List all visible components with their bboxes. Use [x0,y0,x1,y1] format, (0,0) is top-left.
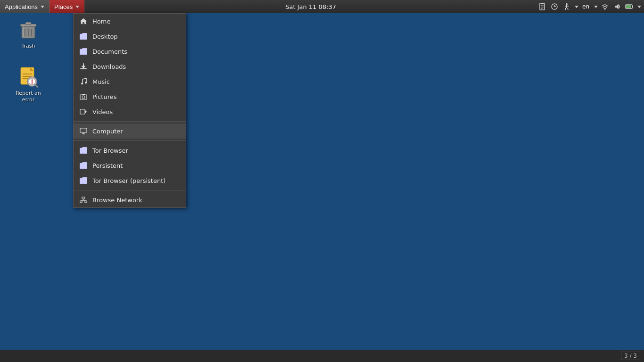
language-arrow-icon [594,6,598,8]
menu-item-pictures-label: Pictures [92,93,116,100]
svg-point-37 [81,83,83,85]
clipboard-icon[interactable] [537,1,547,12]
applications-menu-button[interactable]: Applications [0,0,50,13]
svg-rect-1 [541,3,544,4]
applications-label: Applications [5,3,38,10]
svg-rect-49 [85,201,87,203]
menu-item-browse-network-label: Browse Network [92,197,142,204]
menu-item-downloads[interactable]: Downloads [74,59,186,74]
svg-point-40 [82,96,85,99]
video-icon [79,107,88,116]
folder-desktop-icon [79,32,88,41]
menu-item-tor-browser-label: Tor Browser [92,147,128,154]
download-icon [79,62,88,71]
menu-item-browse-network[interactable]: Browse Network [74,192,186,207]
taskbar-clock: Sat Jan 11 08:37 [84,3,537,10]
places-dropdown-menu: Home Desktop Documents Downloads [73,13,186,208]
menu-item-videos-label: Videos [92,108,113,115]
svg-line-52 [83,200,86,201]
report-error-label: Report an error [11,90,45,104]
home-icon [79,17,88,25]
places-arrow-icon [75,6,79,8]
svg-rect-24 [23,26,24,37]
battery-arrow-icon [637,6,641,8]
svg-marker-35 [80,18,87,24]
svg-line-32 [35,84,38,87]
menu-item-music-label: Music [92,78,110,85]
taskbar-tray: en [537,1,644,12]
menu-item-videos[interactable]: Videos [74,104,186,119]
svg-line-12 [568,8,568,10]
svg-rect-44 [80,128,87,132]
svg-line-11 [565,8,566,10]
menu-item-documents[interactable]: Documents [74,44,186,59]
svg-point-13 [604,9,605,10]
folder-tor-icon [79,146,88,155]
places-label: Places [54,3,73,10]
menu-item-persistent-label: Persistent [92,162,123,169]
camera-icon [79,92,88,101]
language-selector[interactable]: en [580,3,591,10]
music-icon [79,77,88,86]
svg-rect-41 [82,94,85,95]
svg-rect-17 [626,5,631,8]
svg-rect-20 [25,22,31,25]
svg-point-34 [32,83,33,84]
accessibility-arrow-icon [575,6,578,8]
menu-item-home-label: Home [92,18,110,25]
report-error-icon [17,66,40,88]
menu-item-computer[interactable]: Computer [74,123,186,139]
svg-point-8 [566,3,568,5]
folder-persistent-icon [79,161,88,170]
svg-line-51 [81,200,83,201]
trash-desktop-icon[interactable]: Trash [9,16,47,51]
svg-point-38 [85,82,87,84]
separator-2 [74,140,186,141]
menu-item-persistent[interactable]: Persistent [74,158,186,173]
folder-documents-icon [79,47,88,56]
power-icon[interactable] [549,1,560,12]
trash-label: Trash [21,43,35,49]
places-menu-button[interactable]: Places [50,0,84,13]
menu-item-computer-label: Computer [92,128,123,135]
volume-icon[interactable] [612,1,622,12]
folder-tor-persistent-icon [79,176,88,185]
menu-item-desktop[interactable]: Desktop [74,29,186,44]
menu-item-pictures[interactable]: Pictures [74,89,186,104]
menu-item-music[interactable]: Music [74,74,186,89]
svg-marker-14 [615,4,619,9]
separator-1 [74,121,186,122]
accessibility-icon[interactable] [561,1,572,12]
applications-arrow-icon [41,6,44,8]
battery-icon[interactable] [624,1,635,12]
menu-item-tor-browser-persistent-label: Tor Browser (persistent) [92,177,165,184]
svg-rect-47 [82,197,85,199]
svg-marker-43 [85,110,87,114]
status-bar: 3 / 3 [0,350,644,362]
taskbar: Applications Places Sat Jan 11 08:37 [0,0,644,13]
menu-item-documents-label: Documents [92,48,127,55]
menu-item-home[interactable]: Home [74,14,186,29]
menu-item-desktop-label: Desktop [92,33,118,40]
menu-item-tor-browser-persistent[interactable]: Tor Browser (persistent) [74,173,186,188]
trash-icon [17,18,40,41]
svg-rect-48 [80,201,82,203]
svg-rect-42 [80,109,85,114]
svg-rect-16 [632,6,633,8]
wifi-icon[interactable] [600,1,610,12]
menu-item-tor-browser[interactable]: Tor Browser [74,143,186,158]
separator-3 [74,190,186,190]
status-counter: 3 / 3 [621,352,640,360]
computer-icon [79,127,88,135]
network-icon [79,196,88,204]
svg-rect-0 [540,3,545,10]
report-error-desktop-icon[interactable]: Report an error [9,64,47,106]
menu-item-downloads-label: Downloads [92,63,126,70]
